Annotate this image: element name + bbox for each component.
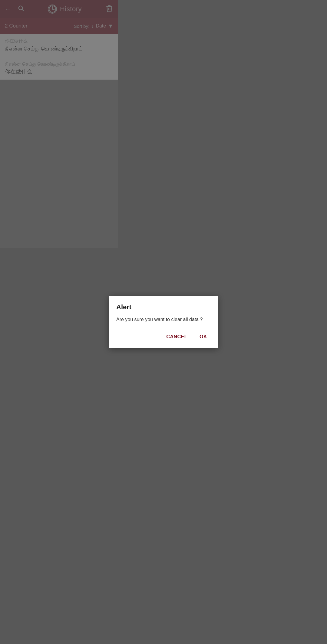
dialog-overlay: Alert Are you sure you want to clear all… [0,0,118,248]
